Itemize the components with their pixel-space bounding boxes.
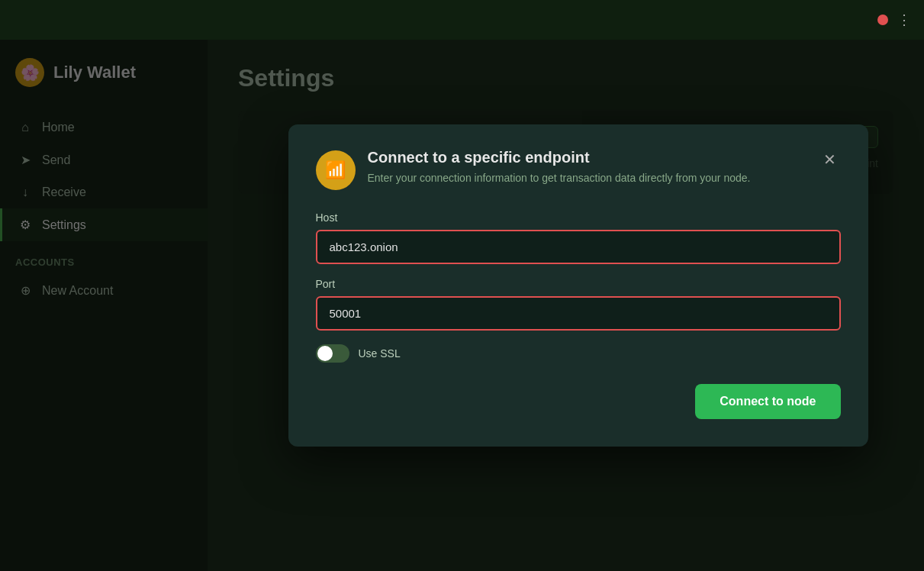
host-field-group: Host [316, 211, 841, 264]
ssl-label: Use SSL [359, 347, 401, 360]
host-input[interactable] [316, 230, 841, 264]
menu-icon[interactable]: ⋮ [897, 11, 912, 28]
modal-header: 📶 Connect to a specific endpoint Enter y… [316, 149, 841, 190]
port-field-group: Port [316, 278, 841, 331]
ssl-toggle[interactable] [316, 344, 349, 363]
modal-dialog: 📶 Connect to a specific endpoint Enter y… [288, 124, 868, 447]
connect-to-node-button[interactable]: Connect to node [695, 384, 840, 419]
port-input[interactable] [316, 296, 841, 331]
host-label: Host [316, 211, 841, 224]
top-bar: ⋮ [0, 0, 924, 40]
modal-close-button[interactable]: ✕ [819, 149, 841, 170]
status-dot [877, 15, 888, 25]
modal-header-text: Connect to a specific endpoint Enter you… [368, 149, 806, 186]
wifi-icon: 📶 [316, 150, 356, 190]
modal-subtitle: Enter your connection information to get… [368, 171, 806, 186]
modal-title: Connect to a specific endpoint [368, 149, 806, 166]
port-label: Port [316, 278, 841, 290]
modal-footer: Connect to node [316, 384, 841, 419]
toggle-knob [317, 346, 333, 361]
ssl-toggle-row: Use SSL [316, 344, 841, 363]
